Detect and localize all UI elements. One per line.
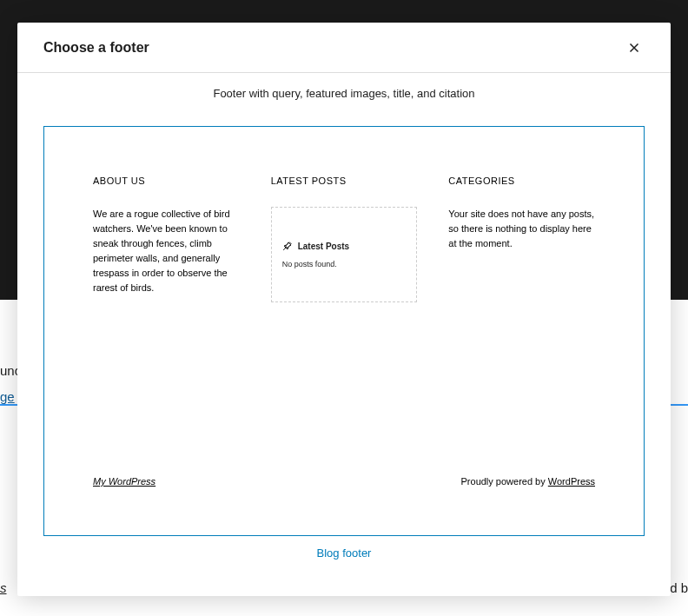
preview-columns: ABOUT US We are a rogue collective of bi…: [93, 176, 595, 302]
pattern-caption-previous: Footer with query, featured images, titl…: [43, 87, 645, 100]
latest-posts-heading: LATEST POSTS: [271, 176, 418, 186]
latest-posts-empty: No posts found.: [282, 260, 407, 268]
close-icon: [626, 40, 642, 56]
powered-by-prefix: Proudly powered by: [461, 476, 548, 487]
powered-by: Proudly powered by WordPress: [461, 476, 595, 487]
about-body: We are a rogue collective of bird watche…: [93, 207, 240, 295]
pin-icon: [282, 241, 293, 251]
footer-pattern-preview[interactable]: ABOUT US We are a rogue collective of bi…: [43, 126, 645, 536]
about-heading: ABOUT US: [93, 176, 240, 186]
wordpress-link: WordPress: [548, 476, 595, 487]
modal-header: Choose a footer: [17, 23, 671, 73]
categories-column: CATEGORIES Your site does not have any p…: [448, 176, 595, 302]
bg-fragment: ge: [0, 389, 15, 404]
preview-footer-row: My WordPress Proudly powered by WordPres…: [93, 476, 595, 487]
latest-posts-box-title: Latest Posts: [298, 242, 349, 251]
modal-title: Choose a footer: [43, 40, 149, 56]
categories-body: Your site does not have any posts, so th…: [448, 207, 595, 251]
close-button[interactable]: [619, 32, 650, 63]
bg-fragment: d b: [670, 580, 688, 595]
categories-heading: CATEGORIES: [448, 176, 595, 186]
pattern-caption-current: Blog footer: [43, 546, 645, 560]
choose-footer-modal: Choose a footer Footer with query, featu…: [17, 23, 671, 596]
latest-posts-column: LATEST POSTS Latest Posts No posts found…: [271, 176, 418, 302]
modal-body: Footer with query, featured images, titl…: [17, 73, 671, 596]
about-column: ABOUT US We are a rogue collective of bi…: [93, 176, 240, 302]
latest-posts-placeholder: Latest Posts No posts found.: [271, 207, 418, 302]
site-title-link: My WordPress: [93, 476, 155, 487]
bg-fragment: s: [0, 580, 7, 595]
